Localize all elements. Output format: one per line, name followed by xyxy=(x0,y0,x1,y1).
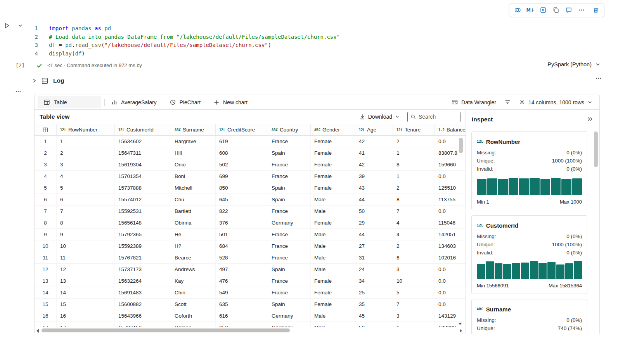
column-header-creditscore[interactable]: 12LCreditScore xyxy=(216,124,268,135)
table-cell: 45 xyxy=(355,310,393,322)
column-header-age[interactable]: 12LAge xyxy=(355,124,393,135)
code-text[interactable]: # Load data into pandas DataFrame from "… xyxy=(49,33,340,41)
column-header-balance[interactable]: 1.2Balance xyxy=(435,124,466,135)
kernel-selector[interactable]: PySpark (Python) xyxy=(547,61,601,67)
table-cell: 549 xyxy=(216,287,268,298)
more-options-icon[interactable] xyxy=(576,4,587,16)
table-horizontal-scrollbar[interactable] xyxy=(35,327,466,334)
table-cell: 4 xyxy=(393,217,435,228)
table-cell: 3 xyxy=(393,264,435,275)
column-header-country[interactable]: ABCCountry xyxy=(268,124,311,135)
data-wrangler-icon xyxy=(451,99,458,106)
row-number-cell: 5 xyxy=(35,182,57,194)
table-horizontal-scrollbar-thumb[interactable] xyxy=(42,328,290,332)
min-max-row: Min 1Max 1000 xyxy=(477,199,582,205)
run-cell-button[interactable] xyxy=(3,22,11,29)
log-section-header[interactable]: Log xyxy=(32,76,64,86)
table-cell: 15737173 xyxy=(115,264,171,275)
table-cell: 8 xyxy=(393,194,435,205)
table-cell: 497 xyxy=(216,264,268,275)
scroll-down-icon[interactable] xyxy=(458,322,462,325)
comment-icon[interactable] xyxy=(563,4,575,16)
column-name: RowNumber xyxy=(68,127,97,133)
table-vertical-scrollbar-thumb[interactable] xyxy=(459,138,463,153)
data-wrangler-button[interactable]: Data Wrangler xyxy=(451,99,496,106)
columns-rows-selector[interactable]: 14 columns, 1000 rows xyxy=(519,99,592,105)
cell-more-icon[interactable] xyxy=(15,88,22,95)
table-row[interactable]: 3315619304Onio502FranceFemale428159660 xyxy=(35,159,466,171)
inspect-scrollbar-thumb[interactable] xyxy=(594,131,598,167)
table-row[interactable]: 161615643966Goforth616GermanyMale4531431… xyxy=(35,310,466,322)
table-cell: Male xyxy=(311,229,355,240)
grid-header: 12LRowNumber12LCustomerIdABCSurname12LCr… xyxy=(35,124,466,136)
row-number-cell: 15 xyxy=(35,299,57,310)
table-cell: 15592389 xyxy=(115,240,171,252)
table-cell: 16 xyxy=(57,310,115,322)
table-cell: 4 xyxy=(393,229,435,240)
table-row[interactable]: 6615574012Chu645SpainMale448113755 xyxy=(35,194,466,206)
table-row[interactable]: 2215647311Hill608SpainFemale41183807.8 xyxy=(35,147,466,159)
table-cell: 15634602 xyxy=(115,136,171,147)
scroll-left-icon[interactable] xyxy=(36,329,39,333)
column-name: Country xyxy=(280,127,298,133)
stat-value: 0 (0%) xyxy=(566,165,582,173)
column-header-tenure[interactable]: 12LTenure xyxy=(393,124,435,135)
tab-averagesalary[interactable]: AverageSalary xyxy=(105,97,163,108)
table-cell: 39 xyxy=(355,171,393,182)
table-cell: 1 xyxy=(393,171,435,182)
table-vertical-scrollbar[interactable] xyxy=(459,137,463,325)
table-row[interactable]: 8815656148Obinna376GermanyFemale29411504… xyxy=(35,217,466,229)
table-row[interactable]: 131315632264Kay476FranceFemale34100.0 xyxy=(35,275,466,287)
table-cell: 44 xyxy=(355,194,393,205)
code-editor[interactable]: 1import pandas as pd2# Load data into pa… xyxy=(31,24,605,58)
table-cell: 50 xyxy=(355,206,393,217)
table-row[interactable]: 101015592389H?684FranceMale272134603 xyxy=(35,240,466,252)
table-row[interactable]: 1115634602Hargrave619FranceFemale4220.0 xyxy=(35,136,466,147)
chevron-down-icon xyxy=(595,62,601,67)
column-header-customerid[interactable]: 12LCustomerId xyxy=(115,124,171,135)
code-text[interactable]: import pandas as pd xyxy=(49,24,111,33)
column-header-gender[interactable]: ABCGender xyxy=(311,124,355,135)
column-header-rownumber[interactable]: 12LRowNumber xyxy=(57,124,115,135)
run-options-chevron-icon[interactable] xyxy=(17,22,23,29)
download-button[interactable]: Download xyxy=(359,114,400,120)
row-number-cell: 11 xyxy=(35,252,57,263)
table-row[interactable]: 141415691483Chin549FranceFemale2550.0 xyxy=(35,287,466,299)
table-row[interactable]: 151515600882Scott635SpainFemale3570.0 xyxy=(35,299,466,310)
tab-piechart[interactable]: PieChart xyxy=(163,97,207,108)
table-row[interactable]: 5515737888Mitchell850SpainFemale43212551… xyxy=(35,182,466,194)
collapse-panel-icon[interactable] xyxy=(587,116,593,122)
tab-table[interactable]: Table xyxy=(38,97,101,108)
grid-rows: 1115634602Hargrave619FranceFemale4220.02… xyxy=(35,136,466,328)
code-token: df xyxy=(49,42,55,48)
code-text[interactable]: display(df) xyxy=(49,50,85,58)
scroll-right-icon[interactable] xyxy=(459,329,462,333)
output-more-options-icon[interactable] xyxy=(595,75,602,81)
table-cell: Male xyxy=(311,252,355,263)
table-row[interactable]: 9915792365He501FranceMale444142051 xyxy=(35,229,466,240)
duplicate-icon[interactable] xyxy=(550,4,562,16)
code-token: = xyxy=(55,42,65,48)
table-row[interactable]: 121215737173Andrews497SpainMale2430.0 xyxy=(35,264,466,275)
code-text[interactable]: df = pd.read_csv("/lakehouse/default/Fil… xyxy=(49,41,271,50)
inspect-card-stats: Missing:0 (0%)Unique:1000 (100%)Invalid:… xyxy=(477,149,582,173)
table-cell: Spain xyxy=(268,182,311,194)
inspect-card-title: ABCSurname xyxy=(477,304,582,314)
table-row[interactable]: 4415701354Boni699FranceFemale3910.0 xyxy=(35,171,466,182)
delete-icon[interactable] xyxy=(590,4,602,16)
table-cell: Female xyxy=(311,171,355,182)
markdown-icon[interactable]: M↓ xyxy=(525,4,536,16)
visualize-icon[interactable] xyxy=(512,4,523,16)
select-all-cell[interactable] xyxy=(35,124,57,135)
table-cell: 43 xyxy=(355,182,393,194)
filter-icon[interactable] xyxy=(503,98,512,107)
column-header-surname[interactable]: ABCSurname xyxy=(171,124,216,135)
clear-output-icon[interactable] xyxy=(537,4,549,16)
tab-new-chart[interactable]: New chart xyxy=(207,97,254,108)
row-number-cell: 6 xyxy=(35,194,57,205)
table-row[interactable]: 7715592531Bartlett822FranceMale5070.0 xyxy=(35,206,466,217)
table-row[interactable]: 111115767821Bearce528FranceMale316102016 xyxy=(35,252,466,264)
stat-row: Missing:0 (0%) xyxy=(477,149,582,157)
search-input[interactable] xyxy=(419,114,454,120)
markdown-glyph: M↓ xyxy=(526,7,534,13)
